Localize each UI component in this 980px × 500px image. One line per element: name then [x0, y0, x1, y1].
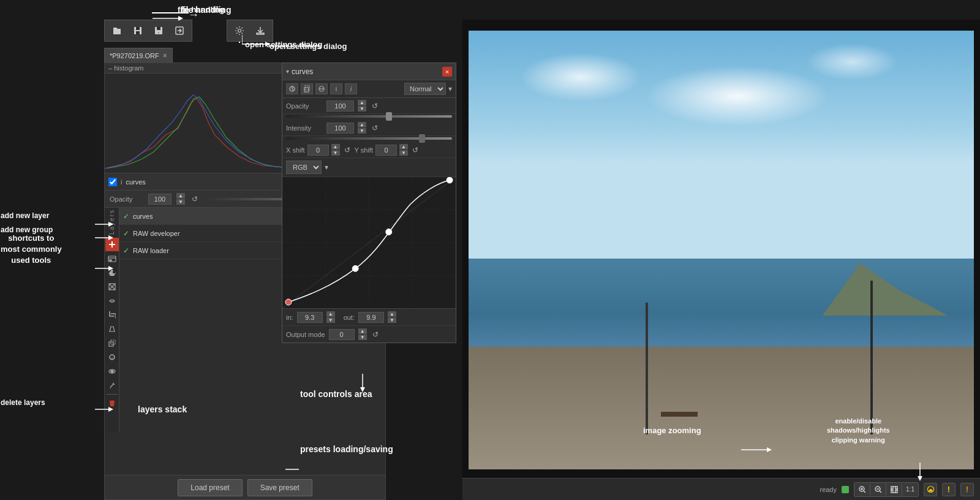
curves-info-btn[interactable]: i: [330, 83, 342, 94]
heal-tool-button[interactable]: +: [105, 350, 119, 364]
highlights-warning-button[interactable]: !: [942, 483, 956, 496]
opacity-input[interactable]: [148, 194, 172, 205]
zoom-fit-button[interactable]: [886, 483, 902, 496]
preview-image[interactable]: [469, 31, 974, 469]
curves-opacity-down[interactable]: ▼: [358, 106, 366, 112]
ready-label: ready: [820, 486, 837, 493]
layer-check-raw-loader[interactable]: ✓: [123, 246, 129, 255]
file-handling-label: file handling: [178, 5, 225, 14]
crop-tool-button[interactable]: [105, 308, 119, 322]
transform-tool-button[interactable]: [105, 280, 119, 294]
add-layer-button[interactable]: [105, 238, 119, 251]
in-value-input[interactable]: [297, 312, 323, 323]
output-mode-row: Output mode ▲ ▼ ↺: [282, 326, 456, 343]
add-group-button[interactable]: [105, 252, 119, 265]
in-label: in:: [286, 314, 293, 321]
in-down[interactable]: ▼: [326, 317, 335, 323]
open-file-button[interactable]: [107, 22, 127, 39]
cloud-1: [519, 53, 642, 102]
curves-intensity-label: Intensity: [286, 124, 323, 132]
yshift-down[interactable]: ▼: [399, 150, 408, 156]
curves-intensity-input[interactable]: [326, 123, 354, 134]
curves-copy-btn[interactable]: [301, 83, 313, 94]
channel-select[interactable]: RGB R G B: [286, 161, 322, 174]
xshift-up[interactable]: ▲: [331, 144, 340, 150]
xshift-down[interactable]: ▼: [331, 150, 340, 156]
curves-help-btn[interactable]: i: [345, 83, 357, 94]
out-down[interactable]: ▼: [388, 317, 396, 323]
save-as-button[interactable]: +: [149, 22, 168, 39]
curves-graph[interactable]: [282, 177, 456, 309]
perspective-tool-button[interactable]: [105, 322, 119, 336]
output-mode-down[interactable]: ▼: [358, 335, 367, 340]
svg-rect-1: [136, 27, 140, 30]
move-tool-button[interactable]: [105, 266, 119, 279]
red-eye-button[interactable]: [105, 365, 119, 378]
export-button[interactable]: [170, 22, 189, 39]
clipping-warning-button[interactable]: !: [960, 483, 974, 496]
delete-layer-button[interactable]: [105, 396, 119, 410]
xshift-label: X shift: [286, 146, 305, 154]
curves-panel-header: ▾ curves ×: [282, 63, 456, 80]
out-value-input[interactable]: [358, 312, 384, 323]
zoom-out-button[interactable]: [870, 483, 886, 496]
output-mode-reset[interactable]: ↺: [371, 330, 380, 339]
save-preset-button[interactable]: Save preset: [247, 479, 312, 496]
export2-button[interactable]: [251, 22, 270, 39]
yshift-up[interactable]: ▲: [399, 144, 408, 150]
layer-check-curves[interactable]: ✓: [123, 212, 129, 221]
svg-marker-41: [265, 42, 270, 47]
opacity-up-btn[interactable]: ▲: [176, 193, 185, 199]
curves-blend-mode[interactable]: Normal Multiply: [404, 83, 446, 95]
svg-marker-12: [108, 269, 116, 276]
shadows-warning-button[interactable]: [924, 483, 937, 496]
in-up[interactable]: ▲: [326, 311, 335, 317]
opacity-down-btn[interactable]: ▼: [176, 199, 185, 205]
channel-row: RGB R G B ▾: [282, 158, 456, 177]
file-tab[interactable]: *P9270219.ORF ×: [104, 48, 173, 63]
yshift-input[interactable]: [375, 145, 397, 156]
curves-mask-btn[interactable]: [315, 83, 328, 94]
curves-collapse-icon[interactable]: ▾: [286, 68, 289, 75]
curves-opacity-input[interactable]: [326, 100, 354, 112]
curves-intensity-slider[interactable]: [286, 137, 452, 140]
layer-check-raw-dev[interactable]: ✓: [123, 229, 129, 238]
ground-bg: [469, 347, 974, 469]
xshift-reset[interactable]: ↺: [342, 145, 352, 155]
curves-opacity-reset[interactable]: ↺: [370, 101, 380, 111]
opacity-reset-btn[interactable]: ↺: [190, 194, 200, 204]
curves-opacity-label: Opacity: [286, 102, 323, 110]
warp-tool-button[interactable]: [105, 294, 119, 308]
output-mode-up[interactable]: ▲: [358, 328, 367, 334]
clone-tool-button[interactable]: [105, 336, 119, 350]
zoom-controls: 1:1: [854, 482, 919, 497]
save-button[interactable]: [128, 22, 148, 39]
info-icon: i: [121, 178, 122, 186]
layer-visibility-checkbox[interactable]: [108, 178, 117, 186]
curves-intensity-down[interactable]: ▼: [358, 128, 366, 134]
curves-opacity-up[interactable]: ▲: [358, 100, 366, 105]
curves-close-button[interactable]: ×: [442, 67, 452, 77]
zoom-in-button[interactable]: [854, 483, 870, 496]
zoom-1to1-button[interactable]: 1:1: [902, 483, 918, 496]
yshift-reset[interactable]: ↺: [410, 145, 420, 155]
svg-rect-11: [110, 260, 111, 261]
curves-intensity-up[interactable]: ▲: [358, 122, 366, 127]
curves-intensity-reset[interactable]: ↺: [370, 123, 380, 133]
file-tab-close[interactable]: ×: [163, 51, 167, 60]
output-mode-input[interactable]: [329, 329, 355, 340]
zoom-1to1-label: 1:1: [906, 486, 914, 493]
load-preset-button[interactable]: Load preset: [178, 479, 242, 496]
file-handling-annotation: file handling: [181, 5, 231, 15]
settings-button[interactable]: [230, 22, 249, 39]
out-label: out:: [344, 314, 355, 321]
brush-tool-button[interactable]: [105, 379, 119, 392]
xshift-input[interactable]: [307, 145, 329, 156]
cloud-2: [646, 66, 829, 127]
xy-shift-row: X shift ▲ ▼ ↺ Y shift ▲ ▼ ↺: [282, 142, 456, 158]
curves-enable-btn[interactable]: [286, 83, 298, 94]
out-up[interactable]: ▲: [388, 311, 396, 317]
status-indicator: [842, 486, 849, 493]
curves-opacity-slider[interactable]: [286, 115, 452, 118]
svg-point-33: [386, 229, 392, 235]
